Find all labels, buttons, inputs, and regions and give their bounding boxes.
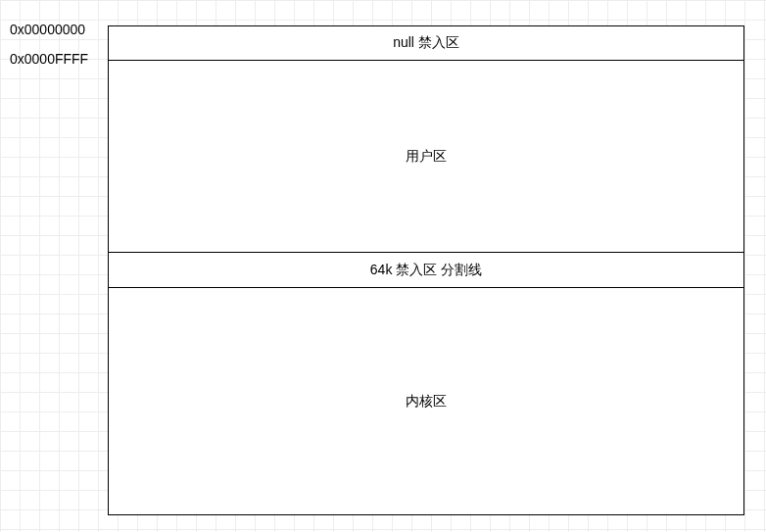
region-null-label: null 禁入区 bbox=[393, 34, 459, 52]
region-kernel: 内核区 bbox=[109, 288, 743, 514]
address-label-start: 0x00000000 bbox=[10, 22, 85, 37]
region-user-label: 用户区 bbox=[406, 148, 447, 166]
region-user: 用户区 bbox=[109, 61, 743, 253]
memory-layout-diagram: null 禁入区 用户区 64k 禁入区 分割线 内核区 bbox=[108, 25, 744, 515]
region-divider-label: 64k 禁入区 分割线 bbox=[370, 262, 482, 279]
address-label-ffff: 0x0000FFFF bbox=[10, 51, 88, 67]
region-null: null 禁入区 bbox=[109, 26, 743, 61]
region-divider: 64k 禁入区 分割线 bbox=[109, 253, 743, 288]
region-kernel-label: 内核区 bbox=[406, 393, 447, 411]
